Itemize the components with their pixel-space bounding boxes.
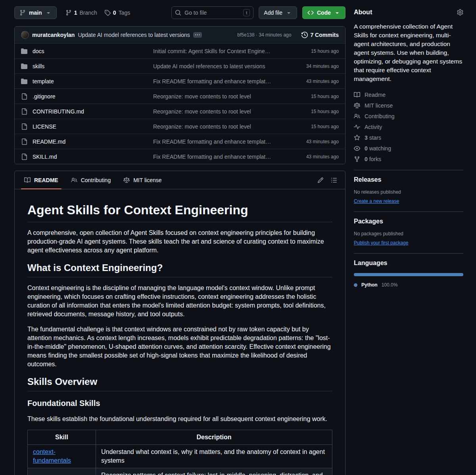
file-row: skills Update AI model references to lat… [15, 58, 345, 73]
file-name-link[interactable]: LICENSE [21, 123, 153, 130]
watching-stat: 0 watching [365, 144, 391, 152]
file-icon [21, 123, 27, 130]
commit-author-link[interactable]: muratcankoylan [32, 32, 75, 38]
section-foundational-skills: Foundational Skills [27, 398, 332, 408]
file-row: docs Initial commit: Agent Skills for Co… [15, 43, 345, 58]
list-unordered-icon [331, 177, 337, 183]
commits-count-label: 7 Commits [310, 32, 339, 38]
column-header-skill: Skill [28, 430, 96, 445]
file-commit-message-link[interactable]: Reorganize: move contents to root level [153, 123, 279, 130]
file-age: 43 minutes ago [279, 79, 339, 84]
readme-paragraph: The fundamental challenge is that contex… [27, 325, 332, 369]
publish-package-link[interactable]: Publish your first package [354, 240, 408, 246]
commit-message-link[interactable]: Update AI model references to latest ver… [78, 32, 190, 38]
file-commit-message-link[interactable]: Fix README formatting and enhance templa… [153, 138, 279, 145]
avatar[interactable] [21, 31, 29, 39]
readme-title: Agent Skills for Context Engineering [27, 202, 332, 222]
file-name-link[interactable]: docs [21, 48, 153, 54]
code-button[interactable]: Code [302, 6, 345, 19]
file-name-link[interactable]: CONTRIBUTING.md [21, 108, 153, 115]
file-name-link[interactable]: README.md [21, 138, 153, 145]
file-icon [21, 93, 27, 100]
column-header-description: Description [96, 430, 332, 445]
language-legend-item[interactable]: Python 100.0% [354, 282, 463, 288]
sidebar-link-readme[interactable]: Readme [354, 91, 463, 99]
readme-card: README Contributing MIT license [14, 171, 345, 475]
file-age: 15 hours ago [279, 124, 339, 129]
create-release-link[interactable]: Create a new release [354, 198, 399, 205]
packages-title: Packages [354, 218, 463, 225]
file-age: 15 hours ago [279, 48, 339, 54]
go-to-file-input[interactable] [184, 10, 240, 16]
branches-link[interactable]: 1 Branch [65, 10, 97, 16]
skill-description: Understand what context is, why it matte… [96, 445, 332, 468]
tab-contributing[interactable]: Contributing [68, 171, 114, 189]
skill-description: Recognize patterns of context failure: l… [96, 468, 332, 475]
repo-forked-icon [354, 156, 360, 162]
file-age: 43 minutes ago [279, 154, 339, 160]
packages-empty-text: No packages published [354, 231, 463, 237]
file-icon [21, 108, 27, 115]
language-percent: 100.0% [382, 282, 398, 288]
file-commit-message-link[interactable]: Fix README formatting and enhance templa… [153, 154, 279, 160]
go-to-file-search[interactable]: t [171, 6, 253, 19]
commit-message-expand-button[interactable] [193, 32, 202, 38]
file-name: README.md [33, 138, 65, 145]
tab-label: Contributing [81, 177, 111, 183]
git-branch-icon [19, 10, 26, 16]
pulse-icon [354, 124, 360, 130]
folder-icon [21, 48, 27, 54]
sidebar-link-activity[interactable]: Activity [354, 123, 463, 131]
file-name-link[interactable]: template [21, 78, 153, 85]
tab-label: MIT license [133, 177, 161, 183]
chevron-down-icon [286, 10, 292, 16]
file-row: SKILL.md Fix README formatting and enhan… [15, 149, 345, 164]
sidebar-link-stars[interactable]: 3 stars [354, 134, 463, 142]
file-commit-message-link[interactable]: Fix README formatting and enhance templa… [153, 78, 279, 85]
tags-label: Tags [119, 10, 131, 16]
table-row: context-degradation Recognize patterns o… [28, 468, 332, 475]
commit-sha-and-time[interactable]: bf5e138 · 34 minutes ago [237, 32, 291, 38]
folder-icon [21, 78, 27, 85]
kebab-horizontal-icon [195, 33, 200, 37]
readme-paragraph: Context engineering is the discipline of… [27, 284, 332, 319]
readme-actions [317, 177, 342, 183]
file-commit-message-link[interactable]: Update AI model references to latest ver… [153, 63, 279, 69]
sidebar-link-forks[interactable]: 0 forks [354, 155, 463, 163]
law-icon [354, 102, 360, 109]
file-name-link[interactable]: SKILL.md [21, 154, 153, 160]
file-name-link[interactable]: skills [21, 63, 153, 69]
chevron-down-icon [334, 10, 340, 16]
gear-icon [457, 9, 463, 15]
file-age: 15 hours ago [279, 109, 339, 114]
tab-readme[interactable]: README [21, 171, 61, 189]
file-browser: muratcankoylan Update AI model reference… [14, 26, 345, 164]
skill-link[interactable]: context-fundamentals [33, 448, 71, 464]
sidebar-link-watching[interactable]: 0 watching [354, 144, 463, 152]
about-header: About [354, 9, 463, 16]
file-name-link[interactable]: .gitignore [21, 93, 153, 100]
tags-link[interactable]: 0 Tags [104, 10, 130, 16]
edit-readme-button[interactable] [317, 177, 324, 183]
packages-section: Packages No packages published Publish y… [354, 212, 463, 246]
sidebar-link-license[interactable]: MIT license [354, 102, 463, 110]
table-row: context-fundamentals Understand what con… [28, 445, 332, 468]
file-commit-message-link[interactable]: Reorganize: move contents to root level [153, 93, 279, 100]
file-icon [21, 138, 27, 145]
branches-count: 1 [74, 10, 77, 16]
add-file-button[interactable]: Add file [259, 6, 297, 19]
book-icon [24, 177, 31, 183]
file-commit-message-link[interactable]: Reorganize: move contents to root level [153, 108, 279, 115]
tab-mit-license[interactable]: MIT license [120, 171, 165, 189]
commit-history-link[interactable]: 7 Commits [301, 32, 339, 38]
sidebar-link-contributing[interactable]: Contributing [354, 112, 463, 120]
file-commit-message-link[interactable]: Initial commit: Agent Skills for Context… [153, 48, 279, 54]
git-branch-icon [65, 10, 72, 16]
branch-selector-button[interactable]: main [14, 6, 57, 19]
eye-icon [354, 145, 360, 152]
about-links: Readme MIT license Contributing Activity… [354, 91, 463, 163]
outline-button[interactable] [331, 177, 337, 183]
section-skills-overview: Skills Overview [27, 376, 332, 391]
edit-repo-details-button[interactable] [457, 9, 463, 15]
language-bar[interactable] [354, 273, 463, 276]
